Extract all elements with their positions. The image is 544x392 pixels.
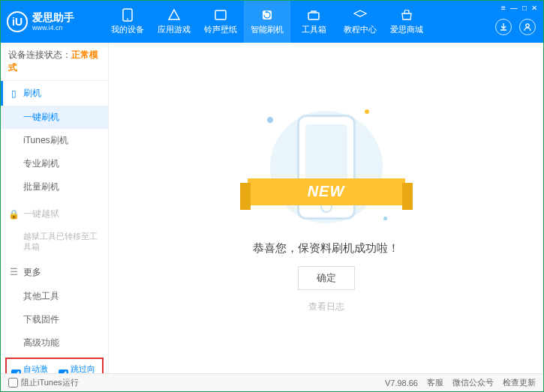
app-name: 爱思助手 [32, 11, 74, 24]
nav-label: 铃声壁纸 [204, 24, 237, 35]
nav-apps[interactable]: 应用游戏 [151, 1, 197, 43]
grad-cap-icon [353, 8, 367, 22]
main-content: NEW 恭喜您，保资料刷机成功啦！ 确定 查看日志 [109, 43, 543, 373]
auto-activate-checkbox[interactable]: 自动激活 [11, 364, 51, 373]
phone-icon: ▯ [8, 88, 19, 99]
sidebar-item-pro-flash[interactable]: 专业刷机 [1, 152, 108, 175]
list-icon: ☰ [8, 267, 19, 277]
svg-point-5 [526, 24, 529, 27]
block-itunes-checkbox[interactable]: 阻止iTunes运行 [8, 377, 79, 388]
group-jailbreak[interactable]: 🔒 一键越狱 [1, 202, 108, 226]
group-more[interactable]: ☰ 更多 [1, 260, 108, 285]
window-controls: ≡ — □ ✕ [501, 4, 537, 12]
apps-icon [167, 8, 181, 22]
sidebar: 设备连接状态：正常模式 ▯ 刷机 一键刷机 iTunes刷机 专业刷机 批量刷机… [1, 43, 109, 373]
support-link[interactable]: 客服 [427, 377, 443, 388]
nav-toolbox[interactable]: 工具箱 [290, 1, 337, 43]
conn-label: 设备连接状态： [8, 49, 71, 60]
minimize-icon[interactable]: — [510, 4, 518, 12]
svg-rect-4 [308, 13, 319, 19]
download-button[interactable] [495, 19, 512, 35]
menu-icon[interactable]: ≡ [501, 4, 506, 12]
group-label: 更多 [23, 266, 41, 279]
sidebar-item-download-firmware[interactable]: 下载固件 [1, 308, 108, 331]
sidebar-item-other-tools[interactable]: 其他工具 [1, 285, 108, 308]
nav-flash[interactable]: 智能刷机 [244, 1, 290, 43]
group-flash[interactable]: ▯ 刷机 [1, 81, 108, 106]
top-nav: 我的设备 应用游戏 铃声壁纸 智能刷机 工具箱 教程中心 爱思商城 [104, 1, 430, 43]
nav-my-device[interactable]: 我的设备 [104, 1, 151, 43]
check-label: 自动激活 [23, 364, 51, 373]
sidebar-item-oneclick-flash[interactable]: 一键刷机 [1, 106, 108, 129]
toolbox-icon [307, 8, 320, 22]
app-url: www.i4.cn [32, 24, 74, 32]
check-label: 跳过向导 [71, 364, 98, 373]
nav-store[interactable]: 爱思商城 [383, 1, 430, 43]
jailbreak-note: 越狱工具已转移至工具箱 [1, 226, 108, 257]
success-message: 恭喜您，保资料刷机成功啦！ [253, 241, 399, 256]
nav-label: 应用游戏 [158, 24, 191, 35]
group-label: 刷机 [23, 87, 41, 100]
version-label: V7.98.66 [385, 379, 418, 388]
view-log-link[interactable]: 查看日志 [308, 301, 344, 313]
sidebar-item-advanced[interactable]: 高级功能 [1, 331, 108, 355]
phone-icon [121, 8, 134, 22]
nav-label: 智能刷机 [251, 24, 284, 35]
sidebar-item-batch-flash[interactable]: 批量刷机 [1, 175, 108, 199]
connection-status: 设备连接状态：正常模式 [1, 43, 108, 81]
success-illustration: NEW [263, 103, 390, 231]
refresh-icon [260, 8, 274, 22]
svg-point-1 [127, 19, 128, 20]
app-logo: iU 爱思助手 www.i4.cn [7, 11, 104, 32]
close-icon[interactable]: ✕ [531, 4, 537, 12]
svg-rect-2 [215, 10, 226, 19]
account-button[interactable] [519, 19, 536, 35]
nav-label: 我的设备 [111, 24, 144, 35]
nav-ringtones[interactable]: 铃声壁纸 [197, 1, 244, 43]
ok-button[interactable]: 确定 [298, 266, 355, 290]
group-label: 一键越狱 [23, 208, 59, 220]
nav-tutorials[interactable]: 教程中心 [337, 1, 383, 43]
maximize-icon[interactable]: □ [522, 4, 527, 12]
check-update-link[interactable]: 检查更新 [503, 377, 536, 388]
new-ribbon: NEW [248, 178, 405, 205]
sidebar-item-itunes-flash[interactable]: iTunes刷机 [1, 129, 108, 152]
nav-label: 教程中心 [344, 24, 377, 35]
status-bar: 阻止iTunes运行 V7.98.66 客服 微信公众号 检查更新 [1, 373, 543, 391]
wallpaper-icon [214, 8, 227, 22]
block-itunes-label: 阻止iTunes运行 [21, 377, 79, 388]
options-box: 自动激活 跳过向导 [5, 358, 104, 373]
wechat-link[interactable]: 微信公众号 [452, 377, 494, 388]
nav-label: 工具箱 [302, 24, 326, 35]
skip-setup-checkbox[interactable]: 跳过向导 [59, 364, 98, 373]
nav-label: 爱思商城 [390, 24, 423, 35]
lock-icon: 🔒 [8, 209, 19, 220]
app-header: iU 爱思助手 www.i4.cn 我的设备 应用游戏 铃声壁纸 智能刷机 工具… [1, 1, 543, 43]
logo-icon: iU [7, 11, 28, 32]
store-icon [400, 8, 413, 22]
